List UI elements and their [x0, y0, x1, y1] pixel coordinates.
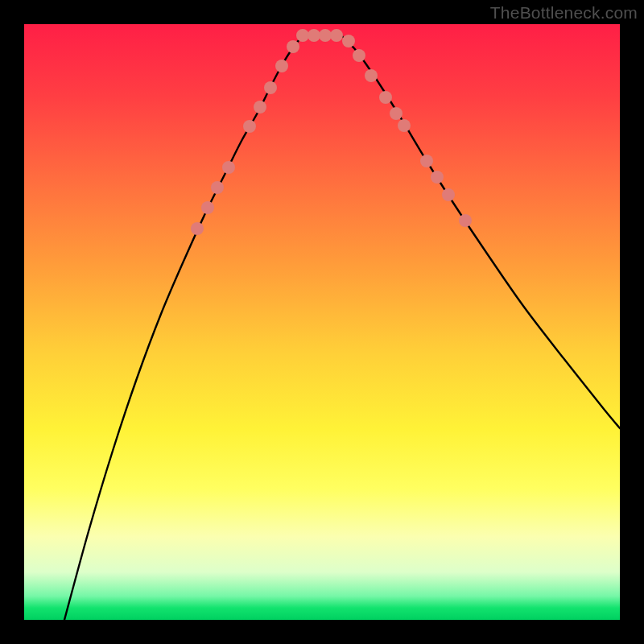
marker-dot — [201, 201, 214, 214]
plot-area — [24, 24, 620, 620]
chart-svg — [24, 24, 620, 620]
marker-dot — [420, 155, 433, 167]
marker-dot — [342, 35, 355, 47]
marker-dot — [308, 29, 320, 42]
marker-dot — [254, 101, 266, 114]
curve-left-curve — [64, 36, 302, 620]
marker-dot — [243, 120, 256, 133]
marker-dot — [191, 222, 204, 235]
watermark-text: TheBottleneck.com — [490, 3, 638, 23]
marker-dot — [431, 171, 444, 184]
marker-dot — [287, 40, 299, 53]
marker-dot — [264, 81, 277, 94]
marker-dot — [353, 49, 365, 62]
marker-dot — [296, 29, 309, 42]
chart-frame: TheBottleneck.com — [0, 0, 644, 644]
marker-dot — [442, 188, 455, 201]
marker-dot — [211, 181, 224, 194]
marker-dot — [365, 69, 378, 82]
marker-dot — [390, 107, 402, 120]
marker-dot — [275, 60, 288, 72]
marker-dot — [222, 161, 235, 174]
marker-dot — [379, 91, 392, 104]
marker-dot — [398, 119, 411, 132]
marker-dot — [459, 214, 472, 227]
marker-dot — [330, 29, 343, 42]
marker-dot — [319, 29, 332, 42]
